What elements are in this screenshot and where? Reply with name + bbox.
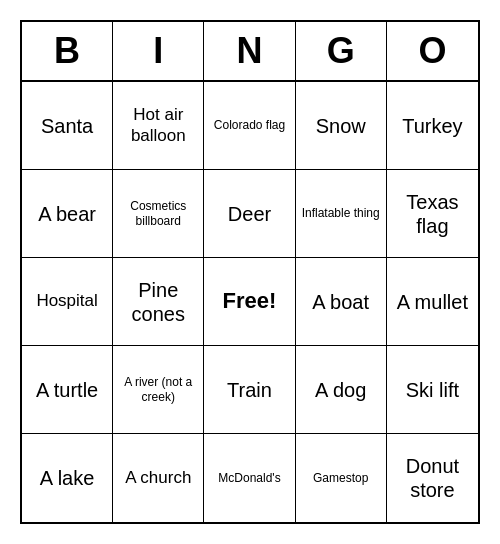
bingo-cell-14: A mullet [387,258,478,346]
header-letter-g: G [296,22,387,80]
cell-text-5: A bear [38,202,96,226]
cell-text-17: Train [227,378,272,402]
cell-text-18: A dog [315,378,366,402]
cell-text-7: Deer [228,202,271,226]
cell-text-3: Snow [316,114,366,138]
cell-text-23: Gamestop [313,471,368,485]
bingo-cell-1: Hot air balloon [113,82,204,170]
cell-text-8: Inflatable thing [302,206,380,220]
header-letter-b: B [22,22,113,80]
cell-text-24: Donut store [391,454,474,502]
cell-text-19: Ski lift [406,378,459,402]
bingo-cell-7: Deer [204,170,295,258]
bingo-cell-16: A river (not a creek) [113,346,204,434]
cell-text-10: Hospital [36,291,97,311]
cell-text-2: Colorado flag [214,118,285,132]
bingo-cell-6: Cosmetics billboard [113,170,204,258]
bingo-cell-23: Gamestop [296,434,387,522]
header-letter-n: N [204,22,295,80]
cell-text-1: Hot air balloon [117,105,199,146]
bingo-cell-17: Train [204,346,295,434]
cell-text-21: A church [125,468,191,488]
bingo-grid: SantaHot air balloonColorado flagSnowTur… [22,82,478,522]
bingo-cell-13: A boat [296,258,387,346]
bingo-cell-18: A dog [296,346,387,434]
cell-text-13: A boat [312,290,369,314]
bingo-cell-22: McDonald's [204,434,295,522]
bingo-cell-8: Inflatable thing [296,170,387,258]
bingo-cell-24: Donut store [387,434,478,522]
cell-text-6: Cosmetics billboard [117,199,199,228]
header-letter-o: O [387,22,478,80]
cell-text-20: A lake [40,466,94,490]
bingo-cell-15: A turtle [22,346,113,434]
bingo-cell-5: A bear [22,170,113,258]
cell-text-16: A river (not a creek) [117,375,199,404]
bingo-cell-0: Santa [22,82,113,170]
bingo-cell-19: Ski lift [387,346,478,434]
cell-text-4: Turkey [402,114,462,138]
cell-text-15: A turtle [36,378,98,402]
bingo-cell-9: Texas flag [387,170,478,258]
bingo-cell-20: A lake [22,434,113,522]
bingo-header: BINGO [22,22,478,82]
cell-text-12: Free! [223,288,277,314]
bingo-cell-3: Snow [296,82,387,170]
bingo-cell-10: Hospital [22,258,113,346]
bingo-cell-2: Colorado flag [204,82,295,170]
header-letter-i: I [113,22,204,80]
cell-text-0: Santa [41,114,93,138]
bingo-card: BINGO SantaHot air balloonColorado flagS… [20,20,480,524]
bingo-cell-11: Pine cones [113,258,204,346]
cell-text-14: A mullet [397,290,468,314]
bingo-cell-4: Turkey [387,82,478,170]
cell-text-9: Texas flag [391,190,474,238]
bingo-cell-21: A church [113,434,204,522]
cell-text-11: Pine cones [117,278,199,326]
bingo-cell-12: Free! [204,258,295,346]
cell-text-22: McDonald's [218,471,280,485]
